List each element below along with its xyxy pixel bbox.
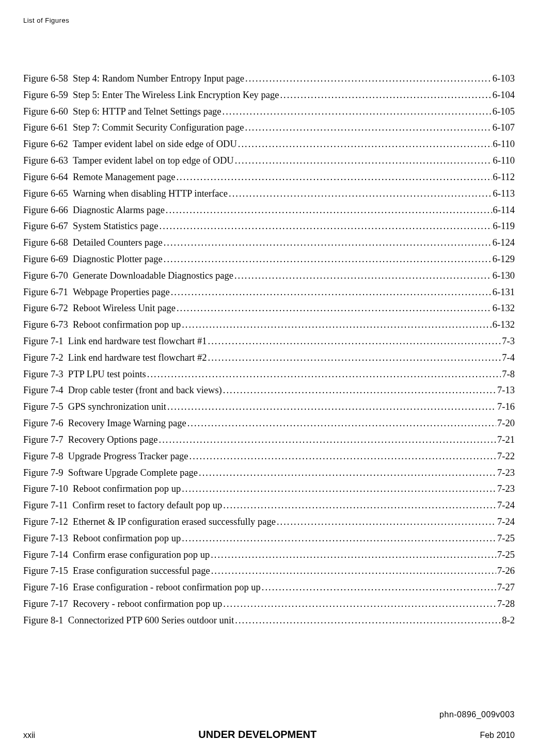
figure-title: Remote Management page <box>73 169 175 186</box>
figure-entry: Figure 7-13 Reboot confirmation pop up7-… <box>23 530 515 547</box>
figure-page: 7-8 <box>502 366 515 383</box>
leader-dots <box>166 202 492 219</box>
leader-dots <box>182 317 492 333</box>
figure-label: Figure 6-72 <box>23 300 73 317</box>
figure-page: 7-26 <box>497 563 515 580</box>
leader-dots <box>262 580 496 596</box>
figure-entry: Figure 6-59 Step 5: Enter The Wireless L… <box>23 87 515 104</box>
figure-entry: Figure 6-67 System Statistics page6-119 <box>23 218 515 235</box>
figure-title: Recovery Image Warning page <box>68 415 186 432</box>
leader-dots <box>176 169 492 186</box>
leader-dots <box>208 333 501 350</box>
figure-title: Reboot confirmation pop up <box>73 481 181 497</box>
figure-entry: Figure 6-73 Reboot confirmation pop up6-… <box>23 317 515 333</box>
figure-label: Figure 7-3 <box>23 366 68 383</box>
footer-date: Feb 2010 <box>480 731 515 740</box>
figure-title: PTP LPU test points <box>68 366 146 383</box>
figure-page: 7-27 <box>497 580 515 596</box>
figure-title: Generate Downloadable Diagnostics page <box>73 268 233 284</box>
figure-title: Step 7: Commit Security Configuration pa… <box>73 120 244 136</box>
leader-dots <box>280 87 491 104</box>
figure-page: 7-24 <box>497 497 515 514</box>
figure-page: 6-107 <box>493 120 515 136</box>
leader-dots <box>164 251 492 268</box>
figure-label: Figure 6-60 <box>23 104 73 120</box>
figure-entry: Figure 6-68 Detailed Counters page6-124 <box>23 235 515 251</box>
figure-entry: Figure 6-69 Diagnostic Plotter page6-129 <box>23 251 515 268</box>
leader-dots <box>211 547 496 564</box>
figure-entries: Figure 6-58 Step 4: Random Number Entrop… <box>23 71 515 629</box>
figure-page: 7-21 <box>497 432 515 448</box>
figure-label: Figure 7-14 <box>23 547 73 564</box>
figure-title: Software Upgrade Complete page <box>68 465 198 481</box>
figure-page: 7-13 <box>497 382 515 399</box>
figure-title: System Statistics page <box>73 218 158 235</box>
figure-entry: Figure 7-12 Ethernet & IP configuration … <box>23 514 515 530</box>
page-header: List of Figures <box>23 17 515 24</box>
figure-title: Detailed Counters page <box>73 235 163 251</box>
figure-title: Connectorized PTP 600 Series outdoor uni… <box>68 613 234 629</box>
figure-page: 6-113 <box>493 186 515 202</box>
figure-label: Figure 7-10 <box>23 481 73 497</box>
figure-label: Figure 7-6 <box>23 415 68 432</box>
figure-entry: Figure 7-17 Recovery - reboot confirmati… <box>23 596 515 613</box>
leader-dots <box>234 268 492 284</box>
figure-label: Figure 6-59 <box>23 87 73 104</box>
leader-dots <box>164 235 492 251</box>
figure-label: Figure 7-2 <box>23 350 68 366</box>
figure-label: Figure 8-1 <box>23 613 68 629</box>
leader-dots <box>167 399 496 415</box>
figure-label: Figure 7-17 <box>23 596 73 613</box>
leader-dots <box>160 218 492 235</box>
figure-entry: Figure 7-11 Confirm reset to factory def… <box>23 497 515 514</box>
figure-title: Link end hardware test flowchart #1 <box>68 333 207 350</box>
figure-entry: Figure 7-2 Link end hardware test flowch… <box>23 350 515 366</box>
figure-title: Upgrade Progress Tracker page <box>68 448 188 465</box>
figure-label: Figure 7-1 <box>23 333 68 350</box>
figure-entry: Figure 7-16 Erase configuration - reboot… <box>23 580 515 596</box>
figure-page: 6-131 <box>493 284 515 301</box>
leader-dots <box>223 382 496 399</box>
figure-title: Reboot confirmation pop up <box>73 530 181 547</box>
figure-label: Figure 6-61 <box>23 120 73 136</box>
figure-entry: Figure 6-64 Remote Management page6-112 <box>23 169 515 186</box>
leader-dots <box>147 366 501 383</box>
figure-title: Drop cable tester (front and back views) <box>68 382 222 399</box>
leader-dots <box>238 136 492 153</box>
footer-status: UNDER DEVELOPMENT <box>198 729 317 741</box>
figure-page: 7-28 <box>497 596 515 613</box>
figure-page: 6-104 <box>493 87 515 104</box>
figure-page: 7-23 <box>497 481 515 497</box>
figure-page: 7-3 <box>502 333 515 350</box>
figure-entry: Figure 7-1 Link end hardware test flowch… <box>23 333 515 350</box>
figure-title: Confirm erase configuration pop up <box>73 547 210 564</box>
figure-label: Figure 6-66 <box>23 202 73 219</box>
figure-title: Step 6: HTTP and Telnet Settings page <box>73 104 221 120</box>
figure-label: Figure 6-70 <box>23 268 73 284</box>
figure-label: Figure 6-62 <box>23 136 73 153</box>
figure-entry: Figure 7-4 Drop cable tester (front and … <box>23 382 515 399</box>
leader-dots <box>211 563 496 580</box>
figure-label: Figure 6-65 <box>23 186 73 202</box>
figure-title: Tamper evident label on side edge of ODU <box>73 136 237 153</box>
footer-row: xxii UNDER DEVELOPMENT Feb 2010 <box>23 729 515 741</box>
figure-entry: Figure 6-65 Warning when disabling HTTP … <box>23 186 515 202</box>
figure-page: 6-129 <box>493 251 515 268</box>
figure-label: Figure 7-16 <box>23 580 73 596</box>
figure-label: Figure 6-58 <box>23 71 73 87</box>
leader-dots <box>182 481 496 497</box>
figure-entry: Figure 7-5 GPS synchronization unit7-16 <box>23 399 515 415</box>
figure-page: 6-112 <box>493 169 515 186</box>
figure-entry: Figure 6-72 Reboot Wireless Unit page6-1… <box>23 300 515 317</box>
figure-label: Figure 7-5 <box>23 399 68 415</box>
figure-entry: Figure 6-58 Step 4: Random Number Entrop… <box>23 71 515 87</box>
figure-title: Erase configuration successful page <box>73 563 210 580</box>
figure-page: 6-124 <box>493 235 515 251</box>
figure-page: 7-24 <box>497 514 515 530</box>
figure-title: Recovery - reboot confirmation pop up <box>73 596 222 613</box>
figure-page: 7-16 <box>497 399 515 415</box>
footer-page-number: xxii <box>23 731 35 740</box>
figure-title: Recovery Options page <box>68 432 158 448</box>
figure-page: 7-4 <box>502 350 515 366</box>
figure-label: Figure 6-67 <box>23 218 73 235</box>
